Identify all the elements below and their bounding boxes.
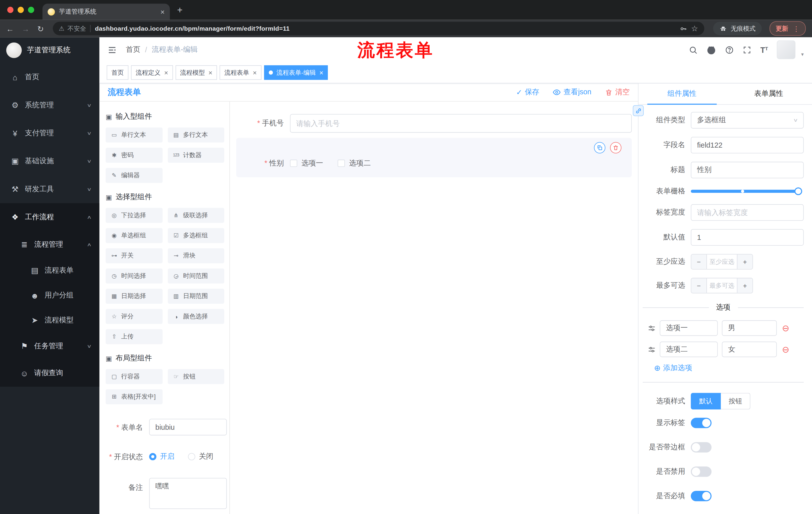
increase-button[interactable]: + [737, 254, 752, 269]
disabled-toggle[interactable] [691, 466, 712, 477]
title-input[interactable] [691, 162, 804, 178]
canvas-field-phone[interactable]: 手机号 [236, 114, 632, 133]
palette-item-checkbox-group[interactable]: ☑多选框组 [168, 228, 224, 243]
canvas-field-gender-selected[interactable]: 性别 选项一 选项二 [236, 138, 632, 177]
palette-item-select[interactable]: ◎下拉选择 [106, 208, 162, 223]
option2-label-input[interactable] [660, 342, 718, 357]
sidebar-item-process-model[interactable]: ➤ 流程模型 [0, 308, 99, 333]
drag-handle-icon[interactable] [648, 324, 656, 332]
form-grid-slider[interactable] [691, 190, 799, 193]
sidebar-item-process-form[interactable]: ▤ 流程表单 [0, 258, 99, 283]
remove-option-icon[interactable]: ⊖ [782, 345, 789, 354]
search-icon[interactable] [689, 45, 698, 54]
palette-item-cascader[interactable]: ⋔级联选择 [168, 208, 224, 223]
tag-close-icon[interactable]: × [164, 69, 168, 77]
reload-icon[interactable]: ↻ [37, 25, 44, 32]
decrease-button[interactable]: − [691, 278, 707, 293]
collapse-menu-icon[interactable] [108, 45, 117, 54]
palette-item-rate[interactable]: ☆评分 [106, 309, 162, 324]
palette-item-button[interactable]: ☞按钮 [168, 369, 224, 384]
palette-item-time-range[interactable]: ◶时间范围 [168, 269, 224, 283]
palette-item-counter[interactable]: 123计数器 [168, 147, 224, 163]
palette-item-password[interactable]: ✱密码 [106, 147, 162, 163]
palette-item-date[interactable]: ▦日期选择 [106, 289, 162, 304]
breadcrumb-home[interactable]: 首页 [126, 45, 140, 54]
gender-option2-checkbox[interactable]: 选项二 [338, 159, 371, 168]
increase-button[interactable]: + [737, 278, 752, 293]
palette-item-date-range[interactable]: ▥日期范围 [168, 289, 224, 304]
status-on-radio[interactable]: 开启 [149, 452, 175, 461]
component-type-select[interactable]: 多选框组 ∨ [691, 112, 804, 129]
sidebar-item-user-group[interactable]: ☻ 用户分组 [0, 283, 99, 308]
palette-item-row-container[interactable]: ▢行容器 [106, 369, 162, 384]
style-default-button[interactable]: 默认 [691, 393, 721, 409]
label-width-input[interactable] [691, 204, 804, 221]
gender-option1-checkbox[interactable]: 选项一 [290, 159, 323, 168]
status-off-radio[interactable]: 关闭 [188, 452, 213, 461]
palette-item-time[interactable]: ◷时间选择 [106, 269, 162, 283]
sidebar-item-leave-query[interactable]: ☺ 请假查询 [0, 360, 99, 386]
palette-item-table[interactable]: ⊞表格[开发中] [106, 389, 162, 404]
style-button-button[interactable]: 按钮 [721, 393, 750, 409]
sidebar-item-workflow[interactable]: ❖ 工作流程 ∧ [0, 203, 99, 231]
palette-item-radio-group[interactable]: ◉单选框组 [106, 228, 162, 243]
address-bar[interactable]: ⚠ 不安全 dashboard.yudao.iocoder.cn/bpm/man… [53, 22, 704, 35]
fullscreen-icon[interactable] [743, 45, 751, 54]
show-label-toggle[interactable] [691, 418, 712, 428]
browser-update-button[interactable]: 更新 ⋮ [770, 21, 806, 36]
decrease-button[interactable]: − [691, 254, 707, 269]
browser-tab[interactable]: 芋道管理系统 × [42, 3, 170, 20]
sidebar-item-payment[interactable]: ¥ 支付管理 ∨ [0, 119, 99, 147]
form-name-input[interactable] [149, 419, 227, 435]
palette-item-switch[interactable]: ⊶开关 [106, 248, 162, 263]
copy-component-button[interactable] [594, 142, 605, 154]
option2-value-input[interactable] [722, 342, 777, 357]
option1-value-input[interactable] [722, 320, 777, 336]
view-json-button[interactable]: 查看json [553, 87, 591, 97]
field-name-input[interactable] [691, 137, 804, 154]
window-zoom-button[interactable] [28, 7, 34, 13]
add-option-button[interactable]: ⊕ 添加选项 [654, 363, 804, 373]
required-toggle[interactable] [691, 491, 712, 501]
drag-handle-icon[interactable] [648, 346, 656, 353]
option1-label-input[interactable] [660, 320, 718, 336]
link-icon[interactable] [633, 105, 644, 116]
tab-component-props[interactable]: 组件属性 [638, 83, 725, 104]
save-button[interactable]: ✓ 保存 [516, 87, 539, 97]
tab-close-icon[interactable]: × [161, 7, 165, 16]
new-tab-button[interactable]: + [177, 4, 183, 15]
default-value-input[interactable] [691, 229, 804, 246]
palette-item-upload[interactable]: ⇧上传 [106, 329, 162, 344]
palette-item-color[interactable]: ◑颜色选择 [168, 309, 224, 324]
bookmark-star-icon[interactable]: ☆ [691, 24, 698, 33]
tag-close-icon[interactable]: × [208, 69, 212, 77]
window-minimize-button[interactable] [18, 7, 24, 13]
security-chip[interactable]: ⚠ 不安全 [59, 24, 86, 33]
tag-process-model[interactable]: 流程模型 × [175, 65, 217, 80]
tab-form-props[interactable]: 表单属性 [725, 83, 812, 104]
palette-item-editor[interactable]: ✎编辑器 [106, 168, 162, 183]
sidebar-item-devtools[interactable]: ⚒ 研发工具 ∨ [0, 175, 99, 203]
palette-item-slider[interactable]: ⊸滑块 [168, 248, 224, 263]
window-close-button[interactable] [7, 7, 13, 13]
slider-handle[interactable] [794, 187, 802, 195]
tag-home[interactable]: 首页 [107, 65, 128, 80]
remove-option-icon[interactable]: ⊖ [782, 324, 789, 332]
sidebar-item-system[interactable]: ⚙ 系统管理 ∨ [0, 91, 99, 119]
avatar-caret-icon[interactable]: ▾ [801, 51, 804, 57]
sidebar-item-task-management[interactable]: ⚑ 任务管理 ∨ [0, 333, 99, 360]
app-logo-row[interactable]: 芋道管理系统 [0, 37, 99, 63]
tag-process-definition[interactable]: 流程定义 × [131, 65, 173, 80]
min-select-value[interactable]: 至少应选 [707, 254, 737, 269]
palette-item-multiline[interactable]: ▤多行文本 [168, 128, 224, 142]
max-select-value[interactable]: 最多可选 [707, 278, 737, 293]
phone-input[interactable] [290, 114, 632, 133]
form-remark-textarea[interactable]: 嘿嘿 [149, 478, 227, 509]
password-key-icon[interactable] [679, 25, 687, 32]
clear-button[interactable]: 清空 [605, 87, 630, 97]
tag-process-form-edit[interactable]: 流程表单-编辑 × [264, 65, 328, 80]
help-icon[interactable] [725, 45, 734, 54]
tag-close-icon[interactable]: × [319, 69, 323, 77]
border-toggle[interactable] [691, 442, 712, 452]
delete-component-button[interactable] [610, 142, 621, 154]
